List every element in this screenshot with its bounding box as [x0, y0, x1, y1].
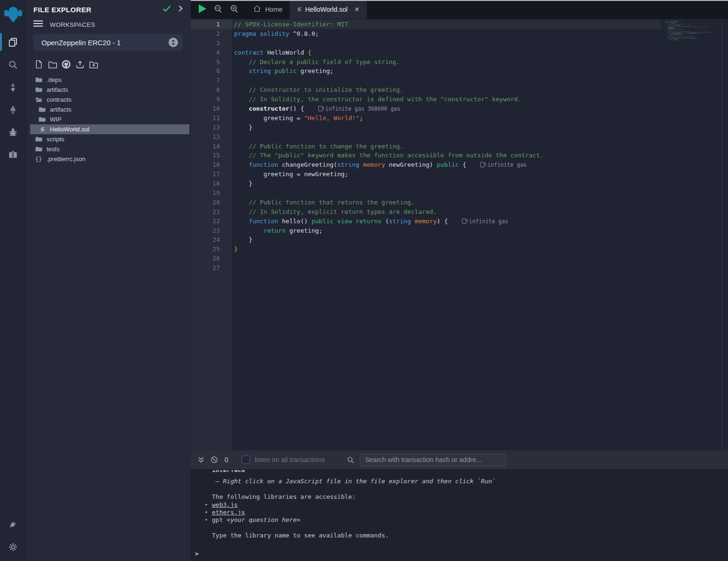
- run-play-icon[interactable]: [198, 4, 206, 15]
- folder-icon: [35, 146, 42, 153]
- upload-icon[interactable]: [74, 59, 85, 70]
- minimap[interactable]: // SPDX-License-Identifier: MITpragma so…: [665, 20, 728, 42]
- close-tab-icon[interactable]: ✕: [354, 6, 360, 13]
- code-line-26[interactable]: [232, 254, 661, 263]
- code-line-8[interactable]: // Constructor to initialize the greetin…: [232, 85, 661, 95]
- code-line-19[interactable]: [232, 188, 661, 198]
- listen-checkbox[interactable]: [242, 455, 250, 464]
- code-line-9[interactable]: // In Solidity, the constructor is defin…: [232, 95, 661, 104]
- code-line-14[interactable]: // Public function to change the greetin…: [232, 142, 661, 151]
- tree-item-scripts[interactable]: scripts: [30, 134, 189, 144]
- bullet: •: [204, 501, 208, 509]
- terminal-output[interactable]: interface – Right click on a JavaScript …: [191, 469, 728, 561]
- new-file-icon[interactable]: [33, 59, 44, 70]
- line-number: 5: [191, 57, 232, 67]
- folder-open-icon: [35, 96, 42, 103]
- tab-label: Home: [265, 6, 283, 13]
- code-line-10[interactable]: constructor() {infinite gas 368600 gas: [232, 104, 661, 114]
- line-number: 4: [191, 48, 232, 57]
- plugin-manager-icon[interactable]: [0, 513, 26, 536]
- code-line-7[interactable]: [232, 76, 661, 85]
- terminal-link[interactable]: web3.js: [212, 501, 238, 508]
- search-icon[interactable]: [0, 53, 26, 76]
- settings-icon[interactable]: [0, 536, 26, 558]
- code-pane[interactable]: // SPDX-License-Identifier: MITpragma so…: [232, 19, 661, 450]
- line-number: 3: [191, 39, 232, 48]
- line-number: 10: [191, 104, 232, 114]
- tab-home[interactable]: Home: [246, 0, 290, 19]
- deploy-run-icon[interactable]: [0, 98, 26, 121]
- code-line-25[interactable]: }: [232, 244, 661, 254]
- listen-label: listen on all transactions: [255, 456, 325, 463]
- code-line-1[interactable]: // SPDX-License-Identifier: MIT: [232, 20, 661, 29]
- code-line-11[interactable]: greeting = "Hello, World!";: [232, 114, 661, 123]
- minimap-column: // SPDX-License-Identifier: MITpragma so…: [661, 19, 728, 450]
- tree-item-tests[interactable]: tests: [30, 144, 189, 154]
- solidity-compiler-icon[interactable]: [0, 76, 26, 98]
- terminal-prompt[interactable]: >: [195, 550, 199, 558]
- line-number: 15: [191, 151, 232, 160]
- solidity-icon: S: [38, 126, 46, 133]
- solidity-file-icon: S: [297, 6, 301, 13]
- check-icon[interactable]: [162, 5, 171, 14]
- tree-item-artifacts[interactable]: artifacts: [30, 85, 189, 95]
- debugger-icon[interactable]: [0, 121, 26, 144]
- gas-pump-icon: [462, 219, 466, 224]
- chevron-right-icon[interactable]: [178, 5, 183, 14]
- zoom-out-icon[interactable]: [214, 5, 222, 15]
- code-line-21[interactable]: // In Solidity, explicit return types ar…: [232, 207, 661, 217]
- code-line-24[interactable]: }: [232, 235, 661, 244]
- code-line-5[interactable]: // Declare a public field of type string…: [232, 57, 661, 67]
- line-number-gutter: 1234567891011121314151617181920212223242…: [191, 19, 232, 450]
- workspaces-menu-icon[interactable]: [33, 20, 43, 29]
- tree-item-helloworld-sol[interactable]: SHelloWorld.sol: [30, 124, 189, 134]
- terminal-link[interactable]: ethers.js: [212, 509, 245, 516]
- tree-item-wip[interactable]: WIP: [30, 114, 189, 124]
- tree-item-contracts[interactable]: contracts: [30, 95, 189, 105]
- code-line-22[interactable]: function hello() public view returns (st…: [232, 217, 661, 226]
- code-line-3[interactable]: [232, 39, 661, 48]
- code-line-2[interactable]: pragma solidity ^0.8.0;: [232, 29, 661, 39]
- panel-title: FILE EXPLORER: [33, 6, 162, 14]
- learneth-icon[interactable]: [0, 144, 26, 166]
- tree-item-label: contracts: [47, 96, 72, 103]
- code-line-16[interactable]: function changeGreeting(string memory ne…: [232, 160, 661, 170]
- remix-logo[interactable]: [2, 2, 24, 25]
- github-icon[interactable]: [61, 59, 72, 70]
- code-line-4[interactable]: contract HelloWorld {: [232, 48, 661, 57]
- tree-item-artifacts[interactable]: artifacts: [30, 105, 189, 114]
- scrollbar-track[interactable]: [722, 19, 722, 450]
- tree-item-label: artifacts: [47, 86, 68, 93]
- tab-helloworld-sol[interactable]: S HelloWorld.sol ✕: [290, 0, 366, 19]
- line-number: 14: [191, 142, 232, 151]
- line-number: 20: [191, 198, 232, 207]
- zoom-in-icon[interactable]: [230, 5, 238, 15]
- workspace-select[interactable]: OpenZeppelin ERC20 - 1: [33, 34, 183, 51]
- import-folder-icon[interactable]: [88, 59, 99, 70]
- line-number: 11: [191, 114, 232, 123]
- file-tree: .depsartifactscontractsartifactsWIPSHell…: [26, 74, 190, 164]
- code-line-20[interactable]: // Public function that returns the gree…: [232, 198, 661, 207]
- file-toolbar: [26, 51, 190, 74]
- tree-item--prettierrc-json[interactable]: {}.prettierrc.json: [30, 154, 189, 164]
- new-folder-icon[interactable]: [47, 59, 58, 70]
- braces-icon: {}: [35, 156, 42, 163]
- code-line-12[interactable]: }: [232, 123, 661, 132]
- file-explorer-icon[interactable]: [0, 31, 26, 53]
- code-line-6[interactable]: string public greeting;: [232, 66, 661, 76]
- clear-terminal-icon[interactable]: [208, 453, 221, 466]
- code-line-17[interactable]: greeting = newGreeting;: [232, 170, 661, 179]
- line-number: 7: [191, 76, 232, 85]
- transaction-search-input[interactable]: [360, 454, 506, 466]
- code-line-18[interactable]: }: [232, 179, 661, 188]
- code-line-15[interactable]: // The "public" keyword makes the functi…: [232, 151, 661, 160]
- terminal-line: The following libraries are accessible:: [212, 493, 723, 501]
- terminal-line: •web3.js: [212, 501, 723, 509]
- tree-item--deps[interactable]: .deps: [30, 75, 189, 85]
- code-line-13[interactable]: [232, 132, 661, 142]
- terminal-line: •ethers.js: [212, 509, 723, 516]
- gas-estimate: infinite gas: [480, 162, 526, 168]
- code-line-27[interactable]: [232, 263, 661, 273]
- collapse-terminal-icon[interactable]: [194, 453, 208, 466]
- code-line-23[interactable]: return greeting;: [232, 226, 661, 236]
